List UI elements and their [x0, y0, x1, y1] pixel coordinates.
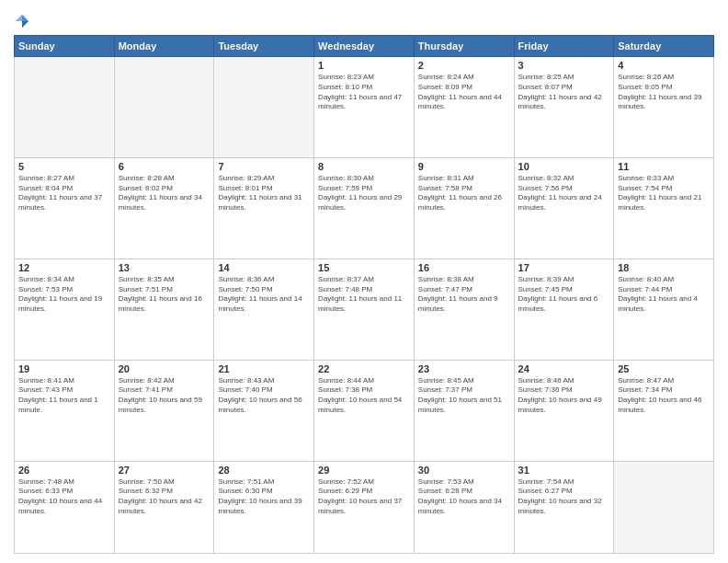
day-number: 23 — [418, 363, 510, 374]
calendar-cell: 5Sunrise: 8:27 AM Sunset: 8:04 PM Daylig… — [15, 157, 115, 259]
calendar-cell: 11Sunrise: 8:33 AM Sunset: 7:54 PM Dayli… — [614, 157, 714, 259]
day-info: Sunrise: 8:23 AM Sunset: 8:10 PM Dayligh… — [318, 73, 410, 112]
day-info: Sunrise: 7:48 AM Sunset: 6:33 PM Dayligh… — [18, 477, 110, 517]
day-number: 17 — [518, 262, 610, 273]
calendar-cell: 18Sunrise: 8:40 AM Sunset: 7:44 PM Dayli… — [614, 259, 714, 360]
day-number: 14 — [218, 262, 310, 273]
calendar-table: SundayMondayTuesdayWednesdayThursdayFrid… — [14, 35, 714, 554]
day-number: 4 — [618, 60, 710, 71]
calendar-cell: 27Sunrise: 7:50 AM Sunset: 6:32 PM Dayli… — [114, 461, 214, 554]
day-info: Sunrise: 8:26 AM Sunset: 8:05 PM Dayligh… — [618, 73, 710, 112]
calendar-cell: 1Sunrise: 8:23 AM Sunset: 8:10 PM Daylig… — [314, 57, 415, 158]
calendar-cell: 8Sunrise: 8:30 AM Sunset: 7:59 PM Daylig… — [314, 157, 415, 259]
calendar-cell: 17Sunrise: 8:39 AM Sunset: 7:45 PM Dayli… — [514, 259, 614, 360]
calendar-cell: 10Sunrise: 8:32 AM Sunset: 7:56 PM Dayli… — [514, 157, 614, 259]
day-info: Sunrise: 8:27 AM Sunset: 8:04 PM Dayligh… — [18, 174, 110, 213]
logo — [14, 13, 33, 29]
day-info: Sunrise: 7:51 AM Sunset: 6:30 PM Dayligh… — [218, 477, 310, 517]
header-saturday: Saturday — [614, 36, 714, 57]
day-info: Sunrise: 8:43 AM Sunset: 7:40 PM Dayligh… — [218, 376, 310, 416]
calendar-cell: 20Sunrise: 8:42 AM Sunset: 7:41 PM Dayli… — [114, 360, 214, 461]
day-info: Sunrise: 7:54 AM Sunset: 6:27 PM Dayligh… — [518, 477, 610, 517]
calendar-cell: 22Sunrise: 8:44 AM Sunset: 7:38 PM Dayli… — [314, 360, 415, 461]
calendar-cell: 16Sunrise: 8:38 AM Sunset: 7:47 PM Dayli… — [414, 259, 514, 360]
day-number: 7 — [218, 161, 310, 172]
day-info: Sunrise: 8:24 AM Sunset: 8:09 PM Dayligh… — [418, 73, 510, 112]
calendar-week-4: 19Sunrise: 8:41 AM Sunset: 7:43 PM Dayli… — [15, 360, 714, 461]
day-number: 5 — [18, 161, 110, 172]
day-number: 3 — [518, 60, 610, 71]
day-info: Sunrise: 8:34 AM Sunset: 7:53 PM Dayligh… — [18, 275, 110, 315]
day-info: Sunrise: 8:37 AM Sunset: 7:48 PM Dayligh… — [318, 275, 410, 315]
day-number: 28 — [218, 465, 310, 476]
day-number: 9 — [418, 161, 510, 172]
calendar-cell: 26Sunrise: 7:48 AM Sunset: 6:33 PM Dayli… — [15, 461, 115, 554]
calendar-cell — [214, 57, 314, 158]
calendar-cell: 14Sunrise: 8:36 AM Sunset: 7:50 PM Dayli… — [214, 259, 314, 360]
calendar-cell: 6Sunrise: 8:28 AM Sunset: 8:02 PM Daylig… — [114, 157, 214, 259]
day-number: 8 — [318, 161, 410, 172]
day-number: 25 — [618, 363, 710, 374]
day-number: 6 — [119, 161, 210, 172]
day-number: 2 — [418, 60, 510, 71]
calendar-week-5: 26Sunrise: 7:48 AM Sunset: 6:33 PM Dayli… — [15, 461, 714, 554]
svg-marker-2 — [16, 15, 22, 21]
day-number: 30 — [418, 465, 510, 476]
header — [14, 9, 714, 29]
day-info: Sunrise: 8:25 AM Sunset: 8:07 PM Dayligh… — [518, 73, 610, 112]
header-tuesday: Tuesday — [214, 36, 314, 57]
day-info: Sunrise: 8:38 AM Sunset: 7:47 PM Dayligh… — [418, 275, 510, 315]
day-number: 21 — [218, 363, 310, 374]
day-info: Sunrise: 8:46 AM Sunset: 7:36 PM Dayligh… — [518, 376, 610, 416]
day-number: 20 — [119, 363, 210, 374]
day-number: 29 — [318, 465, 410, 476]
calendar-cell: 4Sunrise: 8:26 AM Sunset: 8:05 PM Daylig… — [614, 57, 714, 158]
calendar-cell — [114, 57, 214, 158]
calendar-cell: 2Sunrise: 8:24 AM Sunset: 8:09 PM Daylig… — [414, 57, 514, 158]
day-info: Sunrise: 7:52 AM Sunset: 6:29 PM Dayligh… — [318, 477, 410, 517]
header-friday: Friday — [514, 36, 614, 57]
calendar-cell: 31Sunrise: 7:54 AM Sunset: 6:27 PM Dayli… — [514, 461, 614, 554]
page: SundayMondayTuesdayWednesdayThursdayFrid… — [0, 0, 728, 563]
day-info: Sunrise: 8:29 AM Sunset: 8:01 PM Dayligh… — [218, 174, 310, 213]
day-number: 11 — [618, 161, 710, 172]
calendar-cell — [15, 57, 115, 158]
calendar-cell: 13Sunrise: 8:35 AM Sunset: 7:51 PM Dayli… — [114, 259, 214, 360]
calendar-cell — [614, 461, 714, 554]
calendar-week-1: 1Sunrise: 8:23 AM Sunset: 8:10 PM Daylig… — [15, 57, 714, 158]
day-number: 24 — [518, 363, 610, 374]
calendar-cell: 28Sunrise: 7:51 AM Sunset: 6:30 PM Dayli… — [214, 461, 314, 554]
day-info: Sunrise: 8:40 AM Sunset: 7:44 PM Dayligh… — [618, 275, 710, 315]
header-monday: Monday — [114, 36, 214, 57]
day-number: 12 — [18, 262, 110, 273]
day-number: 10 — [518, 161, 610, 172]
calendar-cell: 15Sunrise: 8:37 AM Sunset: 7:48 PM Dayli… — [314, 259, 415, 360]
day-number: 26 — [18, 465, 110, 476]
svg-marker-0 — [22, 15, 28, 21]
day-info: Sunrise: 8:45 AM Sunset: 7:37 PM Dayligh… — [418, 376, 510, 416]
day-number: 31 — [518, 465, 610, 476]
calendar-cell: 24Sunrise: 8:46 AM Sunset: 7:36 PM Dayli… — [514, 360, 614, 461]
calendar-cell: 29Sunrise: 7:52 AM Sunset: 6:29 PM Dayli… — [314, 461, 415, 554]
day-number: 18 — [618, 262, 710, 273]
svg-marker-1 — [22, 21, 28, 28]
day-info: Sunrise: 8:44 AM Sunset: 7:38 PM Dayligh… — [318, 376, 410, 416]
day-info: Sunrise: 8:32 AM Sunset: 7:56 PM Dayligh… — [518, 174, 610, 213]
header-thursday: Thursday — [414, 36, 514, 57]
day-info: Sunrise: 7:50 AM Sunset: 6:32 PM Dayligh… — [119, 477, 210, 517]
calendar-cell: 7Sunrise: 8:29 AM Sunset: 8:01 PM Daylig… — [214, 157, 314, 259]
calendar-cell: 25Sunrise: 8:47 AM Sunset: 7:34 PM Dayli… — [614, 360, 714, 461]
day-info: Sunrise: 8:28 AM Sunset: 8:02 PM Dayligh… — [119, 174, 210, 213]
day-info: Sunrise: 8:33 AM Sunset: 7:54 PM Dayligh… — [618, 174, 710, 213]
calendar-cell: 12Sunrise: 8:34 AM Sunset: 7:53 PM Dayli… — [15, 259, 115, 360]
day-number: 27 — [119, 465, 210, 476]
day-info: Sunrise: 8:30 AM Sunset: 7:59 PM Dayligh… — [318, 174, 410, 213]
calendar-cell: 30Sunrise: 7:53 AM Sunset: 6:28 PM Dayli… — [414, 461, 514, 554]
day-info: Sunrise: 7:53 AM Sunset: 6:28 PM Dayligh… — [418, 477, 510, 517]
calendar-cell: 3Sunrise: 8:25 AM Sunset: 8:07 PM Daylig… — [514, 57, 614, 158]
day-info: Sunrise: 8:31 AM Sunset: 7:58 PM Dayligh… — [418, 174, 510, 213]
day-info: Sunrise: 8:36 AM Sunset: 7:50 PM Dayligh… — [218, 275, 310, 315]
calendar-header-row: SundayMondayTuesdayWednesdayThursdayFrid… — [15, 36, 714, 57]
calendar-cell: 19Sunrise: 8:41 AM Sunset: 7:43 PM Dayli… — [15, 360, 115, 461]
calendar-cell: 9Sunrise: 8:31 AM Sunset: 7:58 PM Daylig… — [414, 157, 514, 259]
